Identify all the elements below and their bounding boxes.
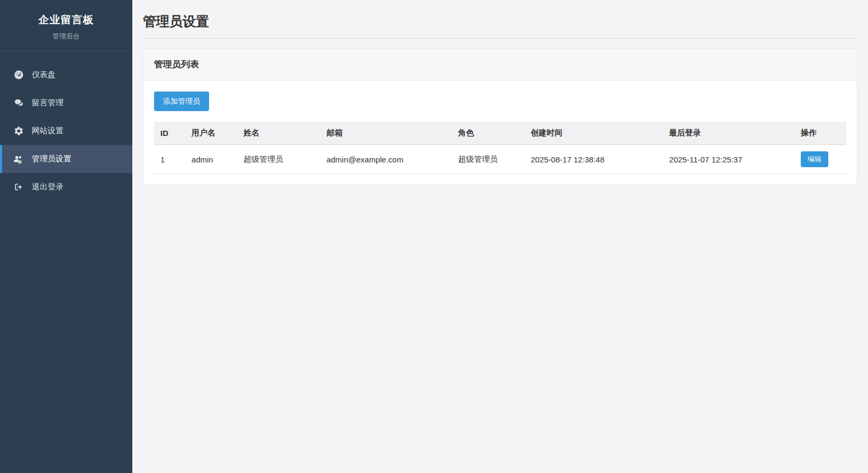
cell-created: 2025-08-17 12:38:48 bbox=[525, 145, 663, 174]
sidebar-item-label: 留言管理 bbox=[32, 98, 64, 108]
cell-email: admin@example.com bbox=[320, 145, 452, 174]
brand-title: 企业留言板 bbox=[5, 13, 127, 26]
col-header-last-login: 最后登录 bbox=[663, 122, 794, 145]
table-header-row: ID 用户名 姓名 邮箱 角色 创建时间 最后登录 操作 bbox=[154, 122, 846, 145]
sidebar-item-label: 管理员设置 bbox=[32, 154, 71, 164]
brand: 企业留言板 管理后台 bbox=[0, 0, 132, 51]
users-cog-icon bbox=[13, 154, 24, 165]
sidebar-item-site-settings[interactable]: 网站设置 bbox=[0, 117, 132, 145]
add-admin-button[interactable]: 添加管理员 bbox=[154, 92, 209, 111]
table-row: 1 admin 超级管理员 admin@example.com 超级管理员 20… bbox=[154, 145, 846, 174]
card-title: 管理员列表 bbox=[154, 59, 199, 69]
sidebar-menu: 仪表盘 留言管理 网站设置 bbox=[0, 51, 132, 201]
sidebar-item-label: 网站设置 bbox=[32, 126, 64, 136]
sidebar-item-logout[interactable]: 退出登录 bbox=[0, 173, 132, 201]
sign-out-icon bbox=[13, 182, 24, 193]
card-body: 添加管理员 ID 用户名 姓名 邮箱 bbox=[143, 81, 857, 185]
cell-actions: 编辑 bbox=[794, 145, 846, 174]
col-header-actions: 操作 bbox=[794, 122, 846, 145]
sidebar-item-messages[interactable]: 留言管理 bbox=[0, 89, 132, 117]
sidebar-item-admin-settings[interactable]: 管理员设置 bbox=[0, 145, 132, 173]
cell-username: admin bbox=[185, 145, 237, 174]
sidebar-item-label: 退出登录 bbox=[32, 182, 64, 192]
edit-button[interactable]: 编辑 bbox=[801, 151, 828, 167]
sidebar-item-label: 仪表盘 bbox=[32, 70, 56, 80]
col-header-email: 邮箱 bbox=[320, 122, 452, 145]
title-divider bbox=[143, 38, 857, 39]
card-header: 管理员列表 bbox=[143, 49, 857, 81]
cell-last-login: 2025-11-07 12:25:37 bbox=[663, 145, 794, 174]
cell-role: 超级管理员 bbox=[451, 145, 524, 174]
cell-name: 超级管理员 bbox=[237, 145, 320, 174]
comments-icon bbox=[13, 98, 24, 108]
tachometer-icon bbox=[13, 70, 24, 80]
cell-id: 1 bbox=[154, 145, 185, 174]
admin-table: ID 用户名 姓名 邮箱 角色 创建时间 最后登录 操作 1 admin 超级管 bbox=[154, 122, 846, 174]
main-content: 管理员设置 管理员列表 添加管理员 I bbox=[132, 0, 868, 473]
admin-list-card: 管理员列表 添加管理员 ID 用户名 bbox=[143, 48, 857, 185]
col-header-role: 角色 bbox=[451, 122, 524, 145]
col-header-name: 姓名 bbox=[237, 122, 320, 145]
brand-subtitle: 管理后台 bbox=[5, 32, 127, 41]
page-title: 管理员设置 bbox=[143, 13, 857, 29]
gear-icon bbox=[13, 126, 24, 137]
col-header-username: 用户名 bbox=[185, 122, 237, 145]
col-header-created: 创建时间 bbox=[525, 122, 663, 145]
sidebar-item-dashboard[interactable]: 仪表盘 bbox=[0, 61, 132, 89]
col-header-id: ID bbox=[154, 122, 185, 145]
sidebar: 企业留言板 管理后台 仪表盘 bbox=[0, 0, 132, 473]
